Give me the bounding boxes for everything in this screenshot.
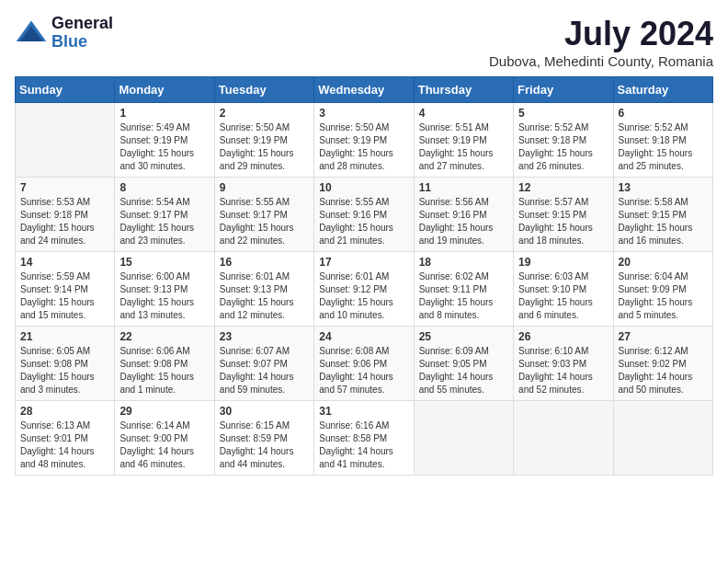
- day-number: 4: [419, 107, 508, 120]
- calendar-cell: 11Sunrise: 5:56 AMSunset: 9:16 PMDayligh…: [414, 178, 513, 252]
- day-number: 3: [319, 107, 408, 120]
- day-info: Sunrise: 6:12 AMSunset: 9:02 PMDaylight:…: [619, 345, 708, 396]
- calendar-cell: 2Sunrise: 5:50 AMSunset: 9:19 PMDaylight…: [214, 103, 313, 178]
- calendar-cell: 15Sunrise: 6:00 AMSunset: 9:13 PMDayligh…: [115, 252, 214, 327]
- day-info: Sunrise: 5:55 AMSunset: 9:16 PMDaylight:…: [319, 196, 408, 247]
- day-number: 19: [518, 256, 608, 269]
- weekday-header-row: SundayMondayTuesdayWednesdayThursdayFrid…: [16, 77, 713, 103]
- day-number: 27: [619, 330, 708, 343]
- weekday-header: Sunday: [16, 77, 115, 103]
- calendar-cell: 22Sunrise: 6:06 AMSunset: 9:08 PMDayligh…: [115, 327, 214, 401]
- calendar-cell: [16, 103, 115, 178]
- day-info: Sunrise: 6:00 AMSunset: 9:13 PMDaylight:…: [119, 270, 209, 322]
- day-number: 20: [619, 256, 708, 269]
- calendar-cell: 17Sunrise: 6:01 AMSunset: 9:12 PMDayligh…: [314, 252, 414, 327]
- calendar-cell: 7Sunrise: 5:53 AMSunset: 9:18 PMDaylight…: [16, 178, 115, 252]
- calendar-cell: 28Sunrise: 6:13 AMSunset: 9:01 PMDayligh…: [16, 401, 115, 476]
- day-number: 14: [20, 256, 109, 269]
- weekday-header: Friday: [514, 77, 613, 103]
- day-number: 7: [20, 181, 109, 194]
- weekday-header: Monday: [115, 77, 214, 103]
- day-number: 2: [220, 107, 309, 120]
- calendar-cell: 5Sunrise: 5:52 AMSunset: 9:18 PMDaylight…: [514, 103, 613, 178]
- calendar-week-row: 7Sunrise: 5:53 AMSunset: 9:18 PMDaylight…: [16, 178, 713, 252]
- calendar-week-row: 28Sunrise: 6:13 AMSunset: 9:01 PMDayligh…: [16, 401, 713, 476]
- calendar-cell: 29Sunrise: 6:14 AMSunset: 9:00 PMDayligh…: [115, 401, 214, 476]
- day-number: 17: [319, 256, 408, 269]
- day-info: Sunrise: 6:05 AMSunset: 9:08 PMDaylight:…: [20, 345, 109, 396]
- day-number: 5: [518, 107, 608, 120]
- day-info: Sunrise: 5:54 AMSunset: 9:17 PMDaylight:…: [119, 196, 209, 247]
- day-number: 23: [220, 330, 309, 343]
- day-number: 11: [419, 181, 508, 194]
- weekday-header: Thursday: [414, 77, 513, 103]
- location: Dubova, Mehedinti County, Romania: [489, 53, 713, 69]
- day-info: Sunrise: 6:01 AMSunset: 9:12 PMDaylight:…: [319, 270, 408, 322]
- day-info: Sunrise: 5:56 AMSunset: 9:16 PMDaylight:…: [419, 196, 508, 247]
- weekday-header: Tuesday: [214, 77, 313, 103]
- weekday-header: Wednesday: [314, 77, 414, 103]
- calendar-cell: 6Sunrise: 5:52 AMSunset: 9:18 PMDaylight…: [613, 103, 712, 178]
- calendar-cell: 13Sunrise: 5:58 AMSunset: 9:15 PMDayligh…: [613, 178, 712, 252]
- day-info: Sunrise: 5:59 AMSunset: 9:14 PMDaylight:…: [20, 270, 109, 322]
- day-number: 8: [119, 181, 209, 194]
- day-info: Sunrise: 5:50 AMSunset: 9:19 PMDaylight:…: [319, 121, 408, 173]
- day-number: 25: [419, 330, 508, 343]
- calendar-cell: 27Sunrise: 6:12 AMSunset: 9:02 PMDayligh…: [613, 327, 712, 401]
- day-number: 28: [20, 405, 109, 418]
- calendar-cell: 25Sunrise: 6:09 AMSunset: 9:05 PMDayligh…: [414, 327, 513, 401]
- day-info: Sunrise: 5:50 AMSunset: 9:19 PMDaylight:…: [220, 121, 309, 173]
- day-number: 24: [319, 330, 408, 343]
- day-info: Sunrise: 5:58 AMSunset: 9:15 PMDaylight:…: [619, 196, 708, 247]
- logo-general: General: [51, 15, 113, 33]
- calendar-cell: [414, 401, 513, 476]
- day-number: 12: [518, 181, 608, 194]
- day-number: 18: [419, 256, 508, 269]
- day-info: Sunrise: 5:53 AMSunset: 9:18 PMDaylight:…: [20, 196, 109, 247]
- day-info: Sunrise: 6:02 AMSunset: 9:11 PMDaylight:…: [419, 270, 508, 322]
- logo-blue: Blue: [51, 33, 113, 52]
- day-info: Sunrise: 5:51 AMSunset: 9:19 PMDaylight:…: [419, 121, 508, 173]
- day-info: Sunrise: 6:08 AMSunset: 9:06 PMDaylight:…: [319, 345, 408, 396]
- day-info: Sunrise: 6:15 AMSunset: 8:59 PMDaylight:…: [220, 419, 309, 471]
- day-info: Sunrise: 6:10 AMSunset: 9:03 PMDaylight:…: [518, 345, 608, 396]
- day-number: 29: [119, 405, 209, 418]
- calendar-week-row: 1Sunrise: 5:49 AMSunset: 9:19 PMDaylight…: [16, 103, 713, 178]
- day-info: Sunrise: 6:14 AMSunset: 9:00 PMDaylight:…: [119, 419, 209, 471]
- day-number: 30: [220, 405, 309, 418]
- title-block: July 2024 Dubova, Mehedinti County, Roma…: [489, 15, 713, 69]
- day-info: Sunrise: 6:16 AMSunset: 8:58 PMDaylight:…: [319, 419, 408, 471]
- day-number: 22: [119, 330, 209, 343]
- day-info: Sunrise: 5:52 AMSunset: 9:18 PMDaylight:…: [619, 121, 708, 173]
- calendar-cell: 31Sunrise: 6:16 AMSunset: 8:58 PMDayligh…: [314, 401, 414, 476]
- calendar-cell: 16Sunrise: 6:01 AMSunset: 9:13 PMDayligh…: [214, 252, 313, 327]
- weekday-header: Saturday: [613, 77, 712, 103]
- day-info: Sunrise: 6:04 AMSunset: 9:09 PMDaylight:…: [619, 270, 708, 322]
- calendar-cell: 24Sunrise: 6:08 AMSunset: 9:06 PMDayligh…: [314, 327, 414, 401]
- calendar-cell: 30Sunrise: 6:15 AMSunset: 8:59 PMDayligh…: [214, 401, 313, 476]
- calendar-cell: 9Sunrise: 5:55 AMSunset: 9:17 PMDaylight…: [214, 178, 313, 252]
- calendar-cell: 14Sunrise: 5:59 AMSunset: 9:14 PMDayligh…: [16, 252, 115, 327]
- day-info: Sunrise: 6:01 AMSunset: 9:13 PMDaylight:…: [220, 270, 309, 322]
- day-number: 9: [220, 181, 309, 194]
- calendar-cell: 18Sunrise: 6:02 AMSunset: 9:11 PMDayligh…: [414, 252, 513, 327]
- calendar-cell: 21Sunrise: 6:05 AMSunset: 9:08 PMDayligh…: [16, 327, 115, 401]
- day-number: 6: [619, 107, 708, 120]
- day-number: 1: [119, 107, 209, 120]
- calendar-cell: 26Sunrise: 6:10 AMSunset: 9:03 PMDayligh…: [514, 327, 613, 401]
- day-number: 21: [20, 330, 109, 343]
- day-info: Sunrise: 6:07 AMSunset: 9:07 PMDaylight:…: [220, 345, 309, 396]
- calendar-cell: 1Sunrise: 5:49 AMSunset: 9:19 PMDaylight…: [115, 103, 214, 178]
- month-year: July 2024: [489, 15, 713, 53]
- calendar-cell: 3Sunrise: 5:50 AMSunset: 9:19 PMDaylight…: [314, 103, 414, 178]
- calendar-cell: 8Sunrise: 5:54 AMSunset: 9:17 PMDaylight…: [115, 178, 214, 252]
- calendar-cell: [613, 401, 712, 476]
- day-info: Sunrise: 6:06 AMSunset: 9:08 PMDaylight:…: [119, 345, 209, 396]
- day-number: 15: [119, 256, 209, 269]
- day-number: 16: [220, 256, 309, 269]
- logo: General Blue: [15, 15, 113, 52]
- calendar-cell: 4Sunrise: 5:51 AMSunset: 9:19 PMDaylight…: [414, 103, 513, 178]
- day-number: 13: [619, 181, 708, 194]
- day-info: Sunrise: 5:57 AMSunset: 9:15 PMDaylight:…: [518, 196, 608, 247]
- calendar-cell: [514, 401, 613, 476]
